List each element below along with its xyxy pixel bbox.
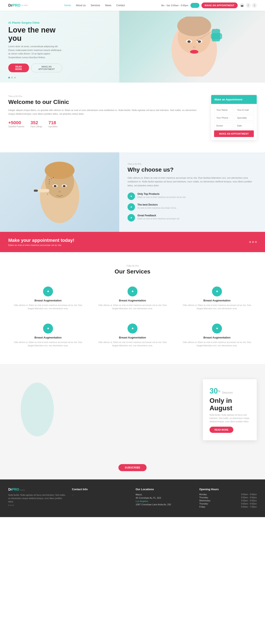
feature-2-desc: Ac erat ut enim maximus accumsan vel ac. xyxy=(138,207,177,209)
discount-read-more-button[interactable]: READ MORE xyxy=(210,427,233,433)
feature-3-icon: ✦ xyxy=(128,214,135,222)
footer-hours-row-3: Wednesday: 9:00am - 9:00pm xyxy=(199,500,257,502)
svg-point-15 xyxy=(45,162,74,179)
appt-phone-input[interactable] xyxy=(214,115,233,121)
footer-day-2: Thursday: xyxy=(199,496,208,499)
hero-read-more-button[interactable]: READ MORE xyxy=(8,64,29,72)
footer-contact-dots: ... xyxy=(72,493,130,496)
subscribe-button[interactable]: SUBSCRIBE xyxy=(118,464,146,471)
service-2-desc: Odio ultrices ut. Etiam ac erat ut enim … xyxy=(97,304,168,310)
service-3-icon: ✦ xyxy=(212,286,222,296)
welcome-text: Integer aliquet cinque libero, eu gravid… xyxy=(8,108,203,116)
feature-1-desc: Etiam ac erat ut enim maximus accumsan v… xyxy=(138,196,186,198)
appt-row-2 xyxy=(214,115,254,121)
appt-row-3 xyxy=(214,122,254,129)
footer-desc: Nulla facilisi. Nulla egestas vel lacus … xyxy=(8,494,66,504)
svg-point-22 xyxy=(49,184,50,184)
nav-links: Home About us Services News Contact xyxy=(64,4,125,7)
service-card-6: ✦ Breast Augmentation Odio ultrices ut. … xyxy=(177,320,257,352)
stat-patients-number: +5000 xyxy=(8,120,24,126)
feature-2-content: The best Doctors Ac erat ut enim maximus… xyxy=(138,203,177,209)
service-5-desc: Odio ultrices ut. Etiam ac erat ut enim … xyxy=(97,341,168,347)
hero-content: #1 Plastic Surgery Clinic Love the new y… xyxy=(0,11,70,82)
svg-point-8 xyxy=(193,46,196,48)
logo-sub: Dr PRO xyxy=(21,4,28,6)
cta-dot-1 xyxy=(249,241,251,243)
stat-patients: +5000 Satisfied Patients xyxy=(8,120,24,128)
svg-point-23 xyxy=(53,177,54,178)
hero-text: Lorem dolor sit amet, consectetuat adipi… xyxy=(8,45,62,59)
nav-home[interactable]: Home xyxy=(64,4,71,7)
nav-news[interactable]: News xyxy=(105,4,112,7)
footer-time-3: 9:00am - 9:00pm xyxy=(241,500,257,502)
footer-time-5: 8:00am - 7:00pm xyxy=(241,506,257,508)
footer-location-4: 1087 Crenshaw Lane Anita Av, 150 xyxy=(136,503,193,506)
service-card-2: ✦ Breast Augmentation Odio ultrices ut. … xyxy=(93,282,172,314)
footer-dot-3[interactable] xyxy=(12,505,14,506)
services-title: Our Services xyxy=(8,268,257,275)
welcome-tag: This is Dr Pro xyxy=(8,95,203,98)
why-tag: This is Dr Pro xyxy=(128,163,257,165)
footer-time-2: 9:00am - 9:00pm xyxy=(241,496,257,499)
footer-dot-1[interactable] xyxy=(8,505,10,506)
appt-speciality-input[interactable] xyxy=(235,115,254,121)
nav-services[interactable]: Services xyxy=(91,4,100,7)
svg-point-24 xyxy=(51,178,52,179)
footer-dot-2[interactable] xyxy=(10,505,12,506)
discount-title: Only in August xyxy=(210,397,250,412)
footer-day-3: Wednesday: xyxy=(199,500,211,502)
service-5-icon: ✦ xyxy=(128,324,138,334)
footer-locations-title: Our Locations xyxy=(136,488,193,491)
hero-appointment-button[interactable]: MAKE AN APPOINTMENT xyxy=(31,64,62,72)
why-title: Why choose us? xyxy=(128,166,257,173)
svg-point-27 xyxy=(47,194,48,194)
footer-time-4: 9:00am - 9:00pm xyxy=(241,502,257,505)
why-content: This is Dr Pro Why choose us? Odio ultri… xyxy=(119,152,265,232)
appointment-form: Make an Appointment MAKE AN APPOINTMENT xyxy=(211,95,257,140)
svg-point-18 xyxy=(54,185,56,187)
cta-dot-3 xyxy=(255,241,257,243)
logo: DrPRO Dr PRO xyxy=(8,3,28,8)
why-feature-3: ✦ Great Feedback Etiam ac erat ut enim m… xyxy=(128,214,257,222)
appt-submit-button[interactable]: MAKE AN APPOINTMENT xyxy=(214,130,254,137)
footer-about: DrPRO Dr Pro Nulla facilisi. Nulla egest… xyxy=(8,488,66,509)
footer-locations: Our Locations Miami, 45 Crenshaw Av, FL,… xyxy=(136,488,193,509)
newsletter-section: SUBSCRIBE xyxy=(0,456,265,480)
nav-appointment-button[interactable]: MAKE AN APPOINTMENT xyxy=(202,2,238,8)
feature-3-desc: Etiam ac erat ut enim maximus accumsan v… xyxy=(138,218,180,220)
why-features: ✦ Only Top Products Etiam ac erat ut eni… xyxy=(128,192,257,222)
nav-dots-button[interactable]: ... xyxy=(190,3,199,8)
nav-right: Mo - Sat: 8:00am - 9:00pm ... MAKE AN AP… xyxy=(161,2,257,8)
discount-bg xyxy=(8,376,203,444)
svg-point-19 xyxy=(63,185,66,187)
appt-name-input[interactable] xyxy=(214,107,233,113)
service-3-title: Breast Augmentation xyxy=(181,299,252,302)
twitter-icon[interactable]: t xyxy=(252,3,257,8)
appt-date-input[interactable] xyxy=(235,122,254,129)
discount-illustration xyxy=(16,380,58,438)
appt-row-1 xyxy=(214,107,254,113)
feature-1-content: Only Top Products Etiam ac erat ut enim … xyxy=(138,192,186,198)
appt-doctor-input[interactable] xyxy=(214,122,233,129)
service-6-title: Breast Augmentation xyxy=(181,336,252,339)
hero-illustration xyxy=(161,16,223,76)
svg-point-21 xyxy=(49,181,50,182)
appt-email-input[interactable] xyxy=(235,107,254,113)
discount-percent: 30 xyxy=(210,387,218,395)
nav-contact[interactable]: Contact xyxy=(116,4,125,7)
services-grid: ✦ Breast Augmentation Odio ultrices ut. … xyxy=(8,282,257,352)
footer-day-5: Friday: xyxy=(199,506,206,508)
stat-liftings-number: 352 xyxy=(30,120,42,126)
footer-day-1: Monday: xyxy=(199,493,207,496)
instagram-icon[interactable]: 📷 xyxy=(240,3,244,8)
service-card-4: ✦ Breast Augmentation Odio ultrices ut. … xyxy=(8,320,88,352)
services-section: 718is Dr Pro Our Services ✦ Breast Augme… xyxy=(0,252,265,364)
svg-point-12 xyxy=(197,40,198,41)
service-5-title: Breast Augmentation xyxy=(97,336,168,339)
cta-banner: Make your appointment today! Etiam ac er… xyxy=(0,232,265,252)
nav-about[interactable]: About us xyxy=(76,4,86,7)
discount-section: 30% Discount Only in August Nulla facili… xyxy=(0,364,265,456)
service-6-icon: ✦ xyxy=(212,324,222,334)
facebook-icon[interactable]: f xyxy=(246,3,250,8)
service-1-icon: ✦ xyxy=(43,286,53,296)
